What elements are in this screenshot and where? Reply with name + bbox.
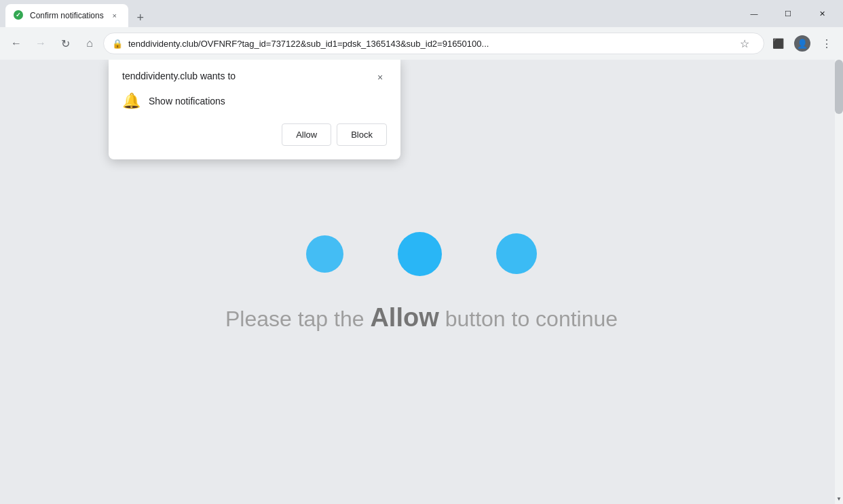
bell-icon: 🔔 (122, 92, 140, 110)
green-check-icon (14, 10, 23, 20)
scrollbar-arrow-down[interactable]: ▼ (835, 493, 843, 504)
profile-avatar: 👤 (794, 35, 810, 52)
scrollbar-thumb[interactable] (835, 60, 843, 114)
tab-favicon (14, 10, 24, 21)
back-button[interactable]: ← (5, 33, 27, 54)
home-button[interactable]: ⌂ (79, 33, 100, 54)
notification-permission-dialog: tenddividenty.club wants to × 🔔 Show not… (109, 60, 400, 159)
dot-1 (306, 235, 343, 273)
cameo-icon: ⬛ (772, 38, 784, 49)
allow-button[interactable]: Allow (282, 123, 331, 146)
cameo-button[interactable]: ⬛ (767, 33, 789, 54)
minimize-button[interactable]: — (738, 3, 770, 24)
browser-window: Confirm notifications × + — ☐ ✕ ← → ↻ ⌂ … (0, 0, 843, 504)
chrome-menu-button[interactable]: ⋮ (816, 33, 838, 54)
cta-allow-word: Allow (370, 303, 438, 332)
dialog-actions: Allow Block (122, 123, 387, 146)
profile-icon-glyph: 👤 (797, 39, 808, 49)
permission-text: Show notifications (149, 96, 225, 106)
cta-prefix: Please tap the (225, 307, 370, 331)
reload-button[interactable]: ↻ (54, 33, 76, 54)
address-bar[interactable]: 🔒 tenddividenty.club/OVFNRF?tag_id=73712… (103, 33, 764, 54)
dot-2 (398, 232, 442, 276)
bookmark-star-button[interactable]: ☆ (734, 33, 755, 54)
new-tab-button[interactable]: + (131, 8, 150, 27)
url-text: tenddividenty.club/OVFNRF?tag_id=737122&… (128, 39, 728, 49)
title-bar: Confirm notifications × + — ☐ ✕ (0, 0, 843, 27)
cta-text: Please tap the Allow button to continue (225, 303, 618, 332)
dialog-close-button[interactable]: × (373, 71, 387, 84)
dialog-header: tenddividenty.club wants to × (122, 71, 387, 84)
page-content: tenddividenty.club wants to × 🔔 Show not… (0, 60, 843, 504)
menu-dots-icon: ⋮ (821, 37, 832, 50)
tab-close-button[interactable]: × (109, 10, 120, 21)
window-controls: — ☐ ✕ (738, 3, 838, 24)
cta-suffix: button to continue (439, 307, 618, 331)
profile-button[interactable]: 👤 (791, 33, 813, 54)
dot-3 (496, 233, 537, 274)
close-window-button[interactable]: ✕ (806, 3, 838, 24)
block-button[interactable]: Block (337, 123, 387, 146)
nav-bar: ← → ↻ ⌂ 🔒 tenddividenty.club/OVFNRF?tag_… (0, 27, 843, 60)
dialog-title: tenddividenty.club wants to (122, 71, 236, 81)
active-tab[interactable]: Confirm notifications × (5, 4, 128, 27)
dialog-permission-row: 🔔 Show notifications (122, 92, 387, 110)
forward-button[interactable]: → (30, 33, 52, 54)
loading-dots (306, 232, 537, 276)
scrollbar[interactable]: ▲ ▼ (835, 60, 843, 504)
lock-icon: 🔒 (112, 39, 123, 49)
tab-strip: Confirm notifications × + (5, 0, 736, 27)
tab-title: Confirm notifications (30, 11, 104, 20)
maximize-button[interactable]: ☐ (772, 3, 804, 24)
